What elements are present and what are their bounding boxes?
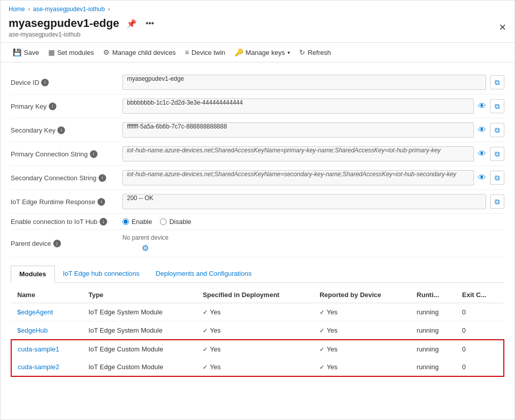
disable-radio-label[interactable]: Disable (160, 218, 191, 225)
parent-device-info-icon[interactable]: i (53, 240, 61, 247)
refresh-icon: ↻ (299, 48, 305, 56)
enable-radio-label[interactable]: Enable (122, 218, 152, 225)
manage-child-icon: ⚙ (103, 48, 110, 56)
parent-device-section: No parent device ⚙ (122, 234, 169, 253)
more-button[interactable]: ••• (144, 18, 156, 29)
parent-device-label: Parent device i (11, 240, 122, 247)
secondary-key-eye-button[interactable]: 👁 (478, 125, 486, 135)
primary-conn-row: Primary Connection String i iot-hub-name… (11, 142, 504, 166)
primary-key-row: Primary Key i bbbbbbbb-1c1c-2d2d-3e3e-44… (11, 94, 504, 118)
manage-keys-button[interactable]: 🔑 Manage keys ▾ (231, 46, 294, 59)
page-wrapper: Home › ase-myasegpudev1-iothub › myasegp… (0, 0, 515, 420)
save-button[interactable]: 💾 Save (9, 46, 43, 59)
table-header-row: Name Type Specified in Deployment Report… (11, 287, 504, 303)
enable-radio-group: Enable Disable (122, 218, 191, 225)
device-id-value-group: myasegpudev1-edge ⧉ (122, 75, 504, 90)
set-modules-button[interactable]: ▦ Set modules (44, 46, 98, 59)
col-specified: Specified in Deployment (197, 287, 313, 303)
module-name-link[interactable]: cuda-sample2 (18, 363, 59, 371)
col-exit: Exit C... (456, 287, 504, 303)
col-type: Type (82, 287, 197, 303)
runtime-label: IoT Edge Runtime Response i (11, 198, 122, 206)
table-row: $edgeAgentIoT Edge System Module✓ Yes✓ Y… (11, 303, 504, 321)
page-header: myasegpudev1-edge 📌 ••• ase-myasegpudev1… (1, 15, 514, 42)
primary-key-info-icon[interactable]: i (49, 103, 56, 110)
primary-key-label: Primary Key i (11, 103, 122, 110)
secondary-key-value-group: fffffff-5a5a-6b6b-7c7c-888888888888 👁 ⧉ (122, 122, 504, 138)
primary-conn-label: Primary Connection String i (11, 150, 122, 158)
breadcrumb-home[interactable]: Home (9, 6, 25, 13)
module-name-link[interactable]: $edgeAgent (17, 308, 53, 316)
toolbar: 💾 Save ▦ Set modules ⚙ Manage child devi… (1, 42, 514, 62)
primary-key-input: bbbbbbbb-1c1c-2d2d-3e3e-444444444444 (122, 99, 474, 114)
primary-conn-input: iot-hub-name.azure-devices.net;SharedAcc… (122, 146, 474, 161)
enable-conn-label: Enable connection to IoT Hub i (11, 218, 122, 225)
page-title: myasegpudev1-edge (9, 17, 119, 30)
set-modules-icon: ▦ (48, 48, 55, 56)
device-twin-button[interactable]: ≡ Device twin (181, 46, 230, 59)
enable-conn-value-group: Enable Disable (122, 218, 504, 225)
secondary-key-copy-button[interactable]: ⧉ (490, 123, 504, 137)
module-name-link[interactable]: cuda-sample1 (18, 345, 59, 353)
col-runtime: Runti... (410, 287, 456, 303)
secondary-conn-copy-button[interactable]: ⧉ (490, 171, 504, 185)
col-name: Name (11, 287, 82, 303)
secondary-conn-input: iot-hub-name.azure-devices.net;SharedAcc… (122, 170, 474, 185)
module-name-link[interactable]: $edgeHub (17, 327, 48, 334)
tabs-bar: Modules IoT Edge hub connections Deploym… (11, 266, 504, 283)
secondary-conn-info-icon[interactable]: i (99, 174, 106, 182)
parent-device-gear-button[interactable]: ⚙ (122, 243, 169, 253)
table-row: cuda-sample1IoT Edge Custom Module✓ Yes✓… (11, 340, 504, 358)
manage-child-button[interactable]: ⚙ Manage child devices (99, 46, 180, 59)
device-id-label: Device ID i (11, 79, 122, 86)
device-id-copy-button[interactable]: ⧉ (490, 75, 504, 89)
tab-iot-edge-hub[interactable]: IoT Edge hub connections (55, 266, 148, 282)
primary-key-copy-button[interactable]: ⧉ (490, 99, 504, 113)
refresh-button[interactable]: ↻ Refresh (295, 46, 335, 59)
table-row: cuda-sample2IoT Edge Custom Module✓ Yes✓… (11, 358, 504, 376)
primary-conn-eye-button[interactable]: 👁 (478, 149, 486, 158)
pin-button[interactable]: 📌 (124, 18, 139, 29)
parent-device-row: Parent device i No parent device ⚙ (11, 230, 504, 257)
device-twin-icon: ≡ (185, 48, 189, 56)
col-reported: Reported by Device (313, 287, 410, 303)
device-id-row: Device ID i myasegpudev1-edge ⧉ (11, 71, 504, 94)
tab-modules[interactable]: Modules (11, 266, 55, 283)
secondary-conn-row: Secondary Connection String i iot-hub-na… (11, 166, 504, 190)
enable-conn-row: Enable connection to IoT Hub i Enable Di… (11, 214, 504, 230)
table-section: Name Type Specified in Deployment Report… (11, 287, 504, 377)
breadcrumb-sep1: › (28, 6, 30, 13)
secondary-conn-eye-button[interactable]: 👁 (478, 173, 486, 182)
manage-keys-chevron: ▾ (287, 50, 290, 55)
primary-conn-info-icon[interactable]: i (90, 150, 98, 158)
secondary-conn-label: Secondary Connection String i (11, 174, 122, 182)
primary-key-value-group: bbbbbbbb-1c1c-2d2d-3e3e-444444444444 👁 ⧉ (122, 99, 504, 114)
secondary-key-row: Secondary Key i fffffff-5a5a-6b6b-7c7c-8… (11, 118, 504, 142)
table-row: $edgeHubIoT Edge System Module✓ Yes✓ Yes… (11, 321, 504, 340)
breadcrumb-hub[interactable]: ase-myasegpudev1-iothub (33, 6, 105, 13)
primary-key-eye-button[interactable]: 👁 (478, 102, 486, 111)
primary-conn-copy-button[interactable]: ⧉ (490, 147, 504, 161)
secondary-key-input: fffffff-5a5a-6b6b-7c7c-888888888888 (122, 122, 474, 138)
device-id-input: myasegpudev1-edge (122, 75, 486, 90)
no-parent-text: No parent device (122, 234, 169, 241)
tab-deployments[interactable]: Deployments and Configurations (148, 266, 260, 282)
close-button[interactable]: ✕ (499, 22, 506, 33)
secondary-conn-value-group: iot-hub-name.azure-devices.net;SharedAcc… (122, 170, 504, 185)
parent-device-value-group: No parent device ⚙ (122, 234, 504, 253)
save-icon: 💾 (13, 48, 21, 56)
disable-radio[interactable] (160, 218, 167, 225)
title-group: myasegpudev1-edge 📌 ••• ase-myasegpudev1… (9, 17, 156, 38)
runtime-info-icon[interactable]: i (98, 198, 105, 206)
runtime-copy-button[interactable]: ⧉ (490, 195, 504, 209)
breadcrumb: Home › ase-myasegpudev1-iothub › (1, 1, 514, 15)
page-subtitle: ase-myasegpudev1-iothub (9, 31, 156, 38)
enable-conn-info-icon[interactable]: i (100, 218, 107, 225)
breadcrumb-sep2: › (108, 6, 110, 13)
secondary-key-label: Secondary Key i (11, 126, 122, 134)
device-id-info-icon[interactable]: i (41, 79, 49, 86)
secondary-key-info-icon[interactable]: i (57, 126, 65, 134)
enable-radio[interactable] (122, 218, 129, 225)
runtime-value-group: 200 -- OK ⧉ (122, 194, 504, 209)
runtime-input: 200 -- OK (122, 194, 486, 209)
